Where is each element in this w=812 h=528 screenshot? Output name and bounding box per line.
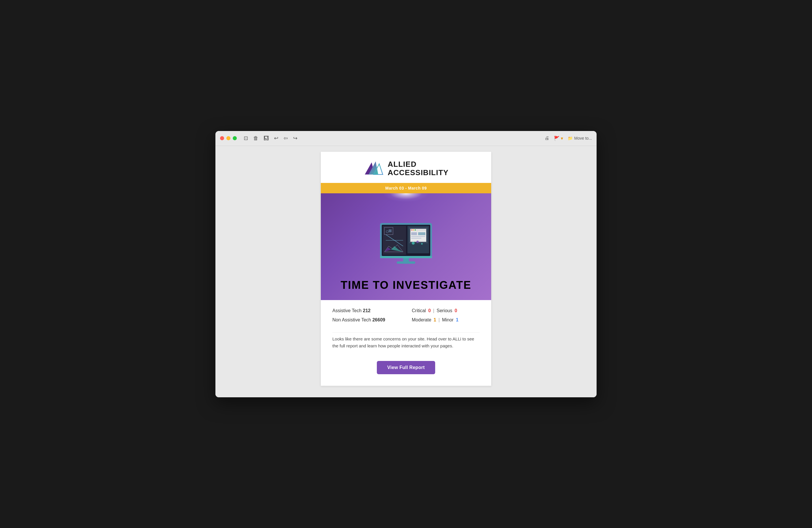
moderate-minor-row: Moderate 1 | Minor 1 xyxy=(412,317,480,322)
maximize-button[interactable] xyxy=(233,136,237,140)
titlebar-right: 🖨 🚩 ▾ 📁 Move to... xyxy=(545,136,592,141)
moderate-label: Moderate xyxy=(412,317,431,322)
description-section: Looks like there are some concerns on yo… xyxy=(321,333,491,358)
svg-point-15 xyxy=(411,229,412,230)
print-icon[interactable]: 🖨 xyxy=(545,136,549,141)
svg-rect-18 xyxy=(411,232,417,235)
non-assistive-tech-value: 26609 xyxy=(372,317,385,322)
description-text: Looks like there are some concerns on yo… xyxy=(332,335,480,349)
archive-icon[interactable]: ⊡ xyxy=(244,135,248,141)
svg-rect-27 xyxy=(380,256,432,258)
app-window: ⊡ 🗑 ⛾ ↩ ⇦ ↪ 🖨 🚩 ▾ 📁 Move to... xyxy=(215,131,597,397)
svg-rect-14 xyxy=(410,229,426,231)
folder-icon: 📁 xyxy=(568,136,572,140)
chevron-down-icon: ▾ xyxy=(561,136,563,141)
svg-rect-21 xyxy=(411,238,421,239)
separator-2: | xyxy=(439,317,440,322)
svg-rect-20 xyxy=(411,236,425,237)
moderate-item: Moderate 1 xyxy=(412,317,436,322)
non-assistive-tech-label: Non Assistive Tech xyxy=(332,317,371,322)
hero-section: TIME TO INVESTIGATE xyxy=(321,193,491,300)
minor-item: Minor 1 xyxy=(442,317,459,322)
stats-section: Assistive Tech 212 Non Assistive Tech 26… xyxy=(321,300,491,332)
content-area: ALLIED ACCESSIBILITY March 03 - March 09 xyxy=(215,146,597,397)
cta-section: View Full Report xyxy=(321,358,491,386)
date-banner: March 03 - March 09 xyxy=(321,183,491,193)
non-assistive-tech-row: Non Assistive Tech 26609 xyxy=(332,317,400,322)
svg-point-16 xyxy=(413,229,414,230)
svg-rect-26 xyxy=(397,261,415,264)
brand-name-line1: ALLIED xyxy=(388,160,449,168)
serious-item: Serious 0 xyxy=(437,308,457,313)
svg-point-24 xyxy=(421,243,423,245)
minor-value: 1 xyxy=(456,317,459,322)
separator-1: | xyxy=(433,308,434,313)
serious-value: 0 xyxy=(454,308,457,313)
email-container: ALLIED ACCESSIBILITY March 03 - March 09 xyxy=(321,152,491,386)
hero-title: TIME TO INVESTIGATE xyxy=(341,279,472,291)
critical-item: Critical 0 xyxy=(412,308,431,313)
view-full-report-button[interactable]: View Full Report xyxy=(377,361,435,374)
back-icon[interactable]: ↩ xyxy=(274,135,278,141)
assistive-tech-row: Assistive Tech 212 xyxy=(332,308,400,313)
flag-icon: 🚩 xyxy=(554,136,560,141)
stats-col-right: Critical 0 | Serious 0 Mod xyxy=(412,308,480,327)
critical-serious-row: Critical 0 | Serious 0 xyxy=(412,308,480,313)
assistive-tech-label: Assistive Tech xyxy=(332,308,362,313)
critical-value: 0 xyxy=(428,308,431,313)
close-button[interactable] xyxy=(220,136,224,140)
move-to-label: Move to... xyxy=(574,136,592,140)
minor-label: Minor xyxy=(442,317,454,322)
traffic-lights xyxy=(220,136,237,140)
trash-icon[interactable]: 🗑 xyxy=(253,135,259,141)
brand-name-line2: ACCESSIBILITY xyxy=(388,168,449,177)
flag-toolbar-icon[interactable]: ⛾ xyxy=(264,135,269,141)
stats-col-left: Assistive Tech 212 Non Assistive Tech 26… xyxy=(332,308,400,327)
brand-logo xyxy=(364,160,384,177)
minimize-button[interactable] xyxy=(227,136,230,140)
assistive-tech-value: 212 xyxy=(363,308,371,313)
forward-icon[interactable]: ↪ xyxy=(293,135,298,141)
moderate-value: 1 xyxy=(434,317,436,322)
serious-label: Serious xyxy=(437,308,452,313)
date-range-text: March 03 - March 09 xyxy=(385,186,426,191)
flag-dropdown[interactable]: 🚩 ▾ xyxy=(554,136,563,141)
svg-rect-19 xyxy=(418,232,425,235)
critical-label: Critical xyxy=(412,308,426,313)
monitor-illustration xyxy=(374,217,438,270)
back-all-icon[interactable]: ⇦ xyxy=(284,135,288,141)
email-header: ALLIED ACCESSIBILITY xyxy=(321,152,491,183)
svg-rect-6 xyxy=(389,229,392,232)
svg-point-17 xyxy=(415,229,416,230)
svg-point-23 xyxy=(416,241,419,243)
brand-text: ALLIED ACCESSIBILITY xyxy=(388,160,449,177)
toolbar-icons: ⊡ 🗑 ⛾ ↩ ⇦ ↪ xyxy=(244,135,298,141)
move-to-button[interactable]: 📁 Move to... xyxy=(568,136,592,140)
titlebar: ⊡ 🗑 ⛾ ↩ ⇦ ↪ 🖨 🚩 ▾ 📁 Move to... xyxy=(215,131,597,146)
svg-point-22 xyxy=(412,242,415,245)
